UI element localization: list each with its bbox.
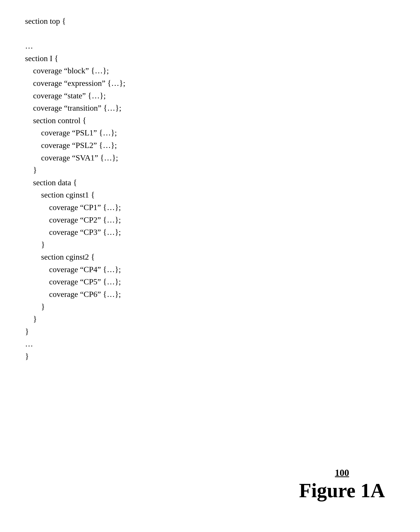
figure-label: Figure 1A [299,479,385,502]
figure-number: 100 [299,467,385,478]
code-block: section top { … section I { coverage “bl… [25,15,125,363]
figure-area: 100 Figure 1A [299,467,385,502]
